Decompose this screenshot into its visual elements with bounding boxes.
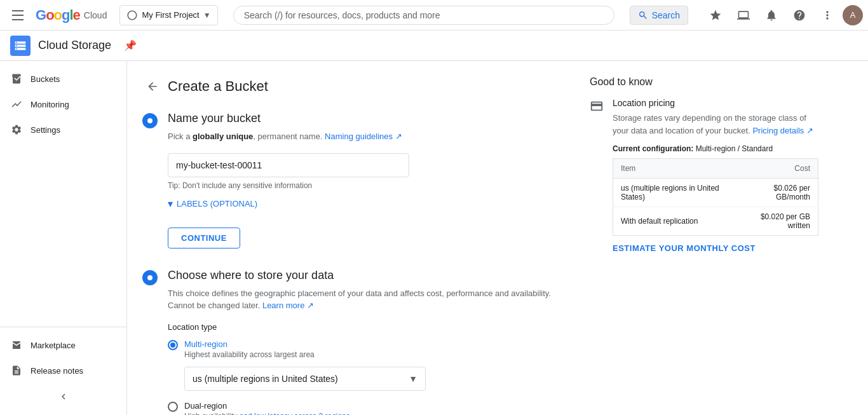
config-label: Current configuration: Multi-region / St… (613, 144, 818, 153)
project-name: My First Project (142, 10, 199, 20)
pricing-details-link[interactable]: Pricing details ↗ (752, 126, 813, 135)
hamburger-icon (12, 10, 24, 20)
back-icon (146, 80, 159, 93)
search-placeholder: Search (/) for resources, docs, products… (244, 10, 604, 20)
step-1-desc: Pick a globally unique, permanent name. … (168, 130, 574, 143)
info-title: Location pricing (613, 98, 818, 108)
back-button[interactable] (142, 76, 163, 97)
sidebar-item-monitoring[interactable]: Monitoring (0, 92, 121, 117)
location-type-label: Location type (168, 322, 574, 332)
monitoring-icon (10, 98, 23, 111)
info-desc: Storage rates vary depending on the stor… (613, 112, 818, 137)
step-1-bold: globally unique (193, 132, 253, 141)
sidebar-collapse-button[interactable] (0, 383, 126, 410)
sidebar-item-release-notes[interactable]: Release notes (0, 358, 121, 383)
table-row: us (multiple regions in United States) $… (613, 179, 818, 207)
storage-icon (14, 39, 27, 52)
bucket-icon (10, 72, 23, 85)
sidebar-item-label: Settings (31, 125, 60, 135)
radio-multi-region[interactable]: Multi-region Highest availability across… (168, 339, 574, 359)
search-button-label: Search (652, 10, 680, 20)
product-icon (10, 36, 31, 56)
table-cell-item: us (multiple regions in United States) (613, 179, 736, 207)
table-header-cost: Cost (736, 159, 818, 179)
sidebar-item-label: Release notes (31, 366, 83, 376)
sidebar: Buckets Monitoring Settings Marketplace (0, 61, 127, 415)
radio-multi-region-btn[interactable] (168, 340, 178, 350)
bucket-name-input[interactable] (168, 153, 409, 177)
notes-icon (10, 364, 23, 377)
step-1: Name your bucket Pick a globally unique,… (142, 112, 574, 248)
notifications-icon (765, 9, 778, 22)
info-content: Location pricing Storage rates vary depe… (613, 98, 818, 253)
step-2-title: Choose where to store your data (168, 269, 574, 282)
step-2-content: Choose where to store your data This cho… (168, 269, 574, 416)
step-2-desc: This choice defines the geographic place… (168, 287, 574, 312)
collapse-icon (58, 391, 69, 402)
step-1-title: Name your bucket (168, 112, 574, 125)
sidebar-nav: Buckets Monitoring Settings (0, 61, 126, 327)
search-icon (638, 10, 648, 20)
chevron-down-icon: ▾ (168, 198, 173, 210)
estimate-monthly-cost-link[interactable]: ESTIMATE YOUR MONTHLY COST (613, 243, 756, 253)
radio-dual-region-sublabel: High availability and low latency across… (184, 412, 350, 416)
radio-dual-region-label: Dual-region (184, 401, 350, 411)
step-2-bullet (142, 270, 158, 285)
star-button[interactable] (703, 3, 728, 28)
svg-point-1 (147, 275, 153, 280)
secondary-bar: Cloud Storage 📌 (0, 31, 868, 61)
sidebar-item-label: Buckets (31, 74, 60, 84)
sidebar-item-label: Monitoring (31, 100, 69, 109)
menu-button[interactable] (5, 3, 31, 28)
project-selector-icon (126, 10, 138, 21)
table-cell-cost: $0.020 per GB written (736, 207, 818, 236)
step-1-active-icon (146, 117, 154, 125)
naming-guidelines-link[interactable]: Naming guidelines ↗ (325, 132, 402, 141)
radio-multi-region-sublabel: Highest availability across largest area (184, 350, 315, 359)
bucket-name-hint: Tip: Don't include any sensitive informa… (168, 181, 574, 190)
location-dropdown-value: us (multiple regions in United States) (193, 374, 338, 384)
avatar[interactable]: A (843, 5, 863, 25)
project-dropdown-icon: ▼ (203, 11, 211, 20)
info-section: Location pricing Storage rates vary depe… (590, 98, 818, 253)
marketplace-icon (10, 339, 23, 351)
sidebar-item-marketplace[interactable]: Marketplace (0, 332, 121, 358)
location-dropdown[interactable]: us (multiple regions in United States) ▼ (184, 367, 426, 391)
search-button[interactable]: Search (630, 6, 688, 25)
dropdown-arrow-icon: ▼ (409, 374, 417, 384)
labels-toggle[interactable]: ▾ LABELS (OPTIONAL) (168, 198, 574, 210)
labels-toggle-label: LABELS (OPTIONAL) (177, 199, 257, 208)
learn-more-link[interactable]: Learn more ↗ (262, 301, 314, 310)
step-1-continue-button[interactable]: CONTINUE (168, 228, 240, 248)
help-button[interactable] (787, 3, 812, 28)
table-header-row: Item Cost (613, 159, 818, 179)
table-header-item: Item (613, 159, 736, 179)
console-button[interactable] (731, 3, 756, 28)
radio-multi-region-label: Multi-region (184, 339, 315, 349)
table-cell-item: With default replication (613, 207, 736, 236)
project-selector[interactable]: My First Project ▼ (119, 5, 217, 25)
notifications-button[interactable] (759, 3, 784, 28)
radio-dual-region-btn[interactable] (168, 402, 178, 412)
credit-card-icon (590, 99, 605, 114)
step-2: Choose where to store your data This cho… (142, 269, 574, 416)
pricing-table: Item Cost us (multiple regions in United… (613, 158, 818, 236)
step-1-bullet (142, 113, 158, 128)
step-2-active-icon (146, 274, 154, 282)
sidebar-item-settings[interactable]: Settings (0, 117, 121, 142)
radio-dual-region[interactable]: Dual-region High availability and low la… (168, 401, 574, 416)
star-icon (709, 9, 722, 22)
sidebar-item-buckets[interactable]: Buckets (0, 66, 121, 92)
console-icon (737, 9, 750, 22)
sidebar-item-label: Marketplace (31, 341, 76, 350)
more-button[interactable] (815, 3, 840, 28)
table-cell-cost: $0.026 per GB/month (736, 179, 818, 207)
pin-icon[interactable]: 📌 (124, 39, 137, 51)
topbar-actions: A (703, 3, 863, 28)
step-1-desc-prefix: Pick a (168, 132, 193, 141)
google-cloud-logo: Google Cloud (36, 7, 107, 24)
topbar: Google Cloud My First Project ▼ Search (… (0, 0, 868, 31)
search-bar[interactable]: Search (/) for resources, docs, products… (233, 6, 614, 25)
right-panel: Good to know Location pricing Storage ra… (590, 76, 818, 415)
step-1-content: Name your bucket Pick a globally unique,… (168, 112, 574, 248)
